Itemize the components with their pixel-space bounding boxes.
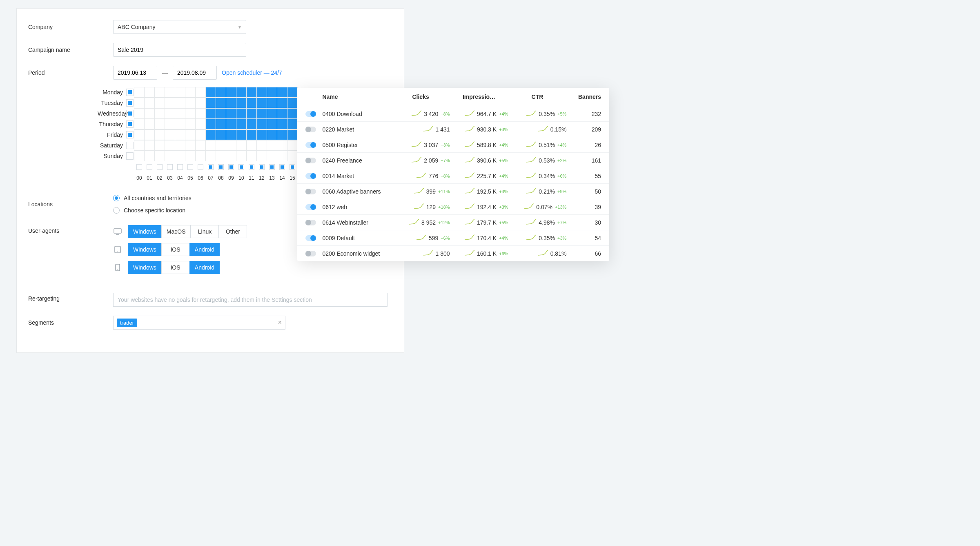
- scheduler-cell[interactable]: [195, 87, 206, 98]
- row-toggle[interactable]: [305, 127, 316, 132]
- row-toggle[interactable]: [305, 220, 316, 225]
- hour-checkbox[interactable]: [249, 164, 254, 170]
- scheduler-cell[interactable]: [144, 98, 155, 108]
- scheduler-cell[interactable]: [246, 140, 257, 151]
- scheduler-cell[interactable]: [277, 119, 287, 129]
- scheduler-cell[interactable]: [256, 98, 267, 108]
- scheduler-cell[interactable]: [144, 140, 155, 151]
- scheduler-cell[interactable]: [154, 98, 165, 108]
- scheduler-cell[interactable]: [216, 140, 226, 151]
- campaign-name-cell[interactable]: 0500 Register: [322, 142, 391, 148]
- scheduler-cell[interactable]: [246, 151, 257, 161]
- hour-checkbox[interactable]: [187, 164, 193, 170]
- scheduler-cell[interactable]: [205, 129, 216, 140]
- scheduler-cell[interactable]: [175, 87, 185, 98]
- scheduler-cell[interactable]: [195, 140, 206, 151]
- ua-option-button[interactable]: iOS: [161, 261, 190, 274]
- scheduler-cell[interactable]: [246, 98, 257, 108]
- scheduler-cell[interactable]: [287, 108, 298, 119]
- scheduler-cell[interactable]: [226, 151, 236, 161]
- scheduler-cell[interactable]: [216, 119, 226, 129]
- campaign-name-cell[interactable]: 0400 Download: [322, 111, 391, 117]
- scheduler-cell[interactable]: [134, 151, 145, 161]
- scheduler-cell[interactable]: [236, 98, 247, 108]
- scheduler-cell[interactable]: [175, 108, 185, 119]
- scheduler-cell[interactable]: [205, 151, 216, 161]
- scheduler-cell[interactable]: [246, 129, 257, 140]
- row-toggle[interactable]: [305, 189, 316, 194]
- scheduler-cell[interactable]: [287, 98, 298, 108]
- scheduler-cell[interactable]: [236, 108, 247, 119]
- row-toggle[interactable]: [305, 158, 316, 163]
- scheduler-cell[interactable]: [185, 87, 196, 98]
- scheduler-cell[interactable]: [205, 140, 216, 151]
- scheduler-cell[interactable]: [154, 119, 165, 129]
- scheduler-cell[interactable]: [165, 87, 175, 98]
- scheduler-cell[interactable]: [134, 129, 145, 140]
- scheduler-cell[interactable]: [287, 129, 298, 140]
- scheduler-cell[interactable]: [175, 98, 185, 108]
- campaign-name-cell[interactable]: 0060 Adaptive banners: [322, 188, 391, 195]
- day-checkbox[interactable]: [126, 110, 134, 117]
- scheduler-cell[interactable]: [256, 140, 267, 151]
- ua-option-button[interactable]: Windows: [128, 225, 162, 238]
- campaign-name-input[interactable]: [118, 47, 242, 53]
- scheduler-cell[interactable]: [236, 140, 247, 151]
- scheduler-cell[interactable]: [226, 129, 236, 140]
- hour-checkbox[interactable]: [208, 164, 214, 170]
- scheduler-cell[interactable]: [175, 140, 185, 151]
- scheduler-cell[interactable]: [154, 140, 165, 151]
- scheduler-cell[interactable]: [185, 119, 196, 129]
- row-toggle[interactable]: [305, 251, 316, 256]
- scheduler-cell[interactable]: [195, 119, 206, 129]
- scheduler-cell[interactable]: [195, 151, 206, 161]
- scheduler-cell[interactable]: [277, 98, 287, 108]
- location-radio-item[interactable]: Choose specific location: [113, 207, 192, 214]
- campaign-name-cell[interactable]: 0009 Default: [322, 235, 391, 241]
- scheduler-cell[interactable]: [246, 119, 257, 129]
- scheduler-cell[interactable]: [185, 98, 196, 108]
- scheduler-cell[interactable]: [154, 129, 165, 140]
- hour-checkbox[interactable]: [238, 164, 244, 170]
- scheduler-cell[interactable]: [216, 151, 226, 161]
- scheduler-cell[interactable]: [277, 151, 287, 161]
- scheduler-cell[interactable]: [267, 108, 277, 119]
- hour-checkbox[interactable]: [279, 164, 285, 170]
- scheduler-cell[interactable]: [154, 87, 165, 98]
- col-name-header[interactable]: Name: [322, 94, 391, 100]
- scheduler-cell[interactable]: [165, 129, 175, 140]
- scheduler-cell[interactable]: [267, 129, 277, 140]
- scheduler-cell[interactable]: [185, 108, 196, 119]
- scheduler-cell[interactable]: [226, 108, 236, 119]
- scheduler-cell[interactable]: [144, 129, 155, 140]
- ua-option-button[interactable]: Linux: [190, 225, 219, 238]
- campaign-name-cell[interactable]: 0200 Economic widget: [322, 250, 391, 257]
- day-checkbox[interactable]: [126, 152, 134, 160]
- scheduler-cell[interactable]: [216, 98, 226, 108]
- scheduler-cell[interactable]: [226, 119, 236, 129]
- col-banners-header[interactable]: Banners: [566, 94, 601, 100]
- scheduler-cell[interactable]: [287, 119, 298, 129]
- close-icon[interactable]: ×: [278, 319, 282, 326]
- scheduler-cell[interactable]: [175, 151, 185, 161]
- scheduler-cell[interactable]: [216, 87, 226, 98]
- scheduler-cell[interactable]: [287, 151, 298, 161]
- hour-checkbox[interactable]: [136, 164, 142, 170]
- scheduler-cell[interactable]: [185, 151, 196, 161]
- scheduler-cell[interactable]: [185, 140, 196, 151]
- scheduler-cell[interactable]: [134, 140, 145, 151]
- scheduler-cell[interactable]: [144, 119, 155, 129]
- ua-option-button[interactable]: MacOS: [161, 225, 191, 238]
- location-radio-item[interactable]: All countries and territories: [113, 195, 192, 201]
- campaign-name-cell[interactable]: 0612 web: [322, 204, 391, 210]
- scheduler-cell[interactable]: [134, 87, 145, 98]
- scheduler-cell[interactable]: [256, 87, 267, 98]
- campaign-name-cell[interactable]: 0220 Market: [322, 126, 391, 133]
- scheduler-cell[interactable]: [165, 119, 175, 129]
- campaign-name-cell[interactable]: 0014 Market: [322, 173, 391, 179]
- campaign-name-cell[interactable]: 0240 Freelance: [322, 157, 391, 164]
- hour-checkbox[interactable]: [269, 164, 275, 170]
- scheduler-cell[interactable]: [287, 87, 298, 98]
- scheduler-cell[interactable]: [267, 87, 277, 98]
- period-to-input[interactable]: [177, 69, 212, 76]
